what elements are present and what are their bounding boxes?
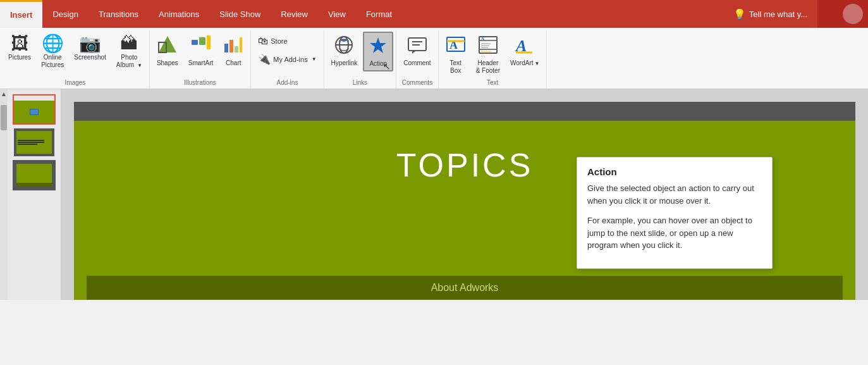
screenshot-button[interactable]: 📷 Screenshot bbox=[70, 32, 111, 65]
svg-rect-5 bbox=[224, 44, 228, 53]
tab-slideshow[interactable]: Slide Show bbox=[209, 0, 271, 28]
svg-marker-0 bbox=[159, 36, 176, 53]
svg-marker-16 bbox=[412, 51, 416, 54]
svg-marker-12 bbox=[370, 37, 386, 53]
slide-thumb-3[interactable] bbox=[13, 160, 56, 190]
header-footer-button[interactable]: A Footer Header& Footer bbox=[472, 32, 504, 78]
group-comments: Comment Comments bbox=[396, 30, 438, 89]
header-footer-icon: A Footer bbox=[478, 35, 498, 58]
illustrations-group-label: Illustrations bbox=[152, 78, 248, 89]
comment-icon bbox=[407, 35, 427, 58]
store-button[interactable]: 🛍 Store bbox=[254, 33, 321, 49]
svg-rect-6 bbox=[229, 40, 233, 53]
svg-rect-4 bbox=[207, 35, 211, 49]
photo-album-icon: 🏔 bbox=[120, 35, 138, 53]
vertical-scrollbar-left[interactable]: ▲ bbox=[0, 89, 8, 300]
slide-panel bbox=[8, 89, 61, 300]
addins-group-label: Add-ins bbox=[254, 78, 321, 89]
tooltip-title: Action bbox=[587, 166, 762, 177]
smartart-icon bbox=[191, 35, 211, 58]
tooltip-body: Give the selected object an action to ca… bbox=[587, 182, 762, 252]
tab-transitions[interactable]: Transitions bbox=[89, 0, 149, 28]
shapes-button[interactable]: Shapes bbox=[152, 32, 183, 70]
tab-view[interactable]: View bbox=[318, 0, 356, 28]
cursor-indicator: ↖ bbox=[383, 61, 391, 71]
slide-footer-text: About Adworks bbox=[431, 282, 499, 294]
pictures-icon: 🖼 bbox=[11, 35, 28, 53]
text-group-label: Text bbox=[441, 78, 544, 89]
svg-text:A: A bbox=[481, 36, 484, 41]
wordart-button[interactable]: A WordArt▼ bbox=[506, 32, 544, 70]
wordart-icon: A bbox=[515, 35, 535, 58]
tooltip-body-1: Give the selected object an action to ca… bbox=[587, 182, 762, 207]
shapes-icon bbox=[157, 35, 178, 58]
hyperlink-icon bbox=[334, 35, 354, 58]
photo-album-button[interactable]: 🏔 PhotoAlbum ▼ bbox=[112, 32, 147, 72]
my-addins-icon: 🔌 bbox=[258, 53, 271, 65]
scroll-track bbox=[0, 99, 8, 300]
chart-button[interactable]: Chart bbox=[219, 32, 248, 70]
comment-button[interactable]: Comment bbox=[399, 32, 435, 70]
slide-footer-bar: About Adworks bbox=[87, 276, 843, 300]
store-icon: 🛍 bbox=[258, 35, 268, 47]
group-images: 🖼 Pictures 🌐 OnlinePictures 📷 Screenshot… bbox=[1, 30, 150, 89]
slide-thumb-2[interactable] bbox=[13, 127, 56, 158]
scroll-thumb[interactable] bbox=[1, 105, 7, 130]
hyperlink-button[interactable]: Hyperlink bbox=[327, 32, 362, 70]
links-group-label: Links bbox=[327, 78, 394, 89]
tab-format[interactable]: Format bbox=[356, 0, 402, 28]
tab-animations[interactable]: Animations bbox=[149, 0, 209, 28]
chart-icon bbox=[223, 35, 243, 58]
group-illustrations: Shapes SmartArt bbox=[150, 30, 251, 89]
tab-design[interactable]: Design bbox=[42, 0, 88, 28]
online-pictures-icon: 🌐 bbox=[42, 35, 64, 53]
svg-rect-3 bbox=[199, 37, 205, 45]
group-text: A TextBox A bbox=[439, 30, 547, 89]
ribbon: Insert Design Transitions Animations Sli… bbox=[0, 0, 868, 89]
online-pictures-button[interactable]: 🌐 OnlinePictures bbox=[37, 32, 68, 72]
slide-thumb-dot bbox=[30, 109, 39, 115]
pictures-button[interactable]: 🖼 Pictures bbox=[4, 32, 35, 65]
svg-rect-7 bbox=[235, 46, 238, 53]
user-avatar bbox=[843, 4, 863, 24]
textbox-icon: A bbox=[446, 35, 466, 58]
tab-review[interactable]: Review bbox=[271, 0, 318, 28]
ribbon-tab-bar: Insert Design Transitions Animations Sli… bbox=[0, 0, 868, 28]
images-group-label: Images bbox=[4, 78, 147, 89]
tab-insert[interactable]: Insert bbox=[0, 0, 42, 28]
my-addins-button[interactable]: 🔌 My Add-ins ▼ bbox=[254, 51, 321, 68]
svg-rect-8 bbox=[240, 37, 242, 53]
slide-title: TOPICS bbox=[396, 146, 534, 184]
tell-me-input[interactable]: 💡 Tell me what y... bbox=[723, 0, 817, 28]
action-tooltip: Action Give the selected object an actio… bbox=[577, 157, 773, 269]
textbox-button[interactable]: A TextBox bbox=[441, 32, 470, 78]
comments-group-label: Comments bbox=[399, 78, 435, 89]
group-links: Hyperlink Action ↖ Links bbox=[324, 30, 397, 89]
svg-text:Footer: Footer bbox=[481, 50, 491, 54]
scroll-up-arrow[interactable]: ▲ bbox=[0, 89, 8, 99]
lightbulb-icon: 💡 bbox=[733, 8, 746, 20]
action-icon bbox=[368, 35, 388, 59]
smartart-button[interactable]: SmartArt bbox=[184, 32, 217, 70]
ribbon-body: 🖼 Pictures 🌐 OnlinePictures 📷 Screenshot… bbox=[0, 28, 868, 89]
action-button[interactable]: Action ↖ bbox=[363, 32, 393, 71]
tooltip-body-2: For example, you can hover over an objec… bbox=[587, 214, 762, 252]
screenshot-icon: 📷 bbox=[79, 35, 101, 53]
slide-thumb-1[interactable] bbox=[13, 94, 56, 125]
svg-rect-2 bbox=[192, 40, 198, 45]
slide-header-bar bbox=[74, 102, 855, 121]
group-addins: 🛍 Store 🔌 My Add-ins ▼ Add-ins bbox=[251, 30, 324, 89]
